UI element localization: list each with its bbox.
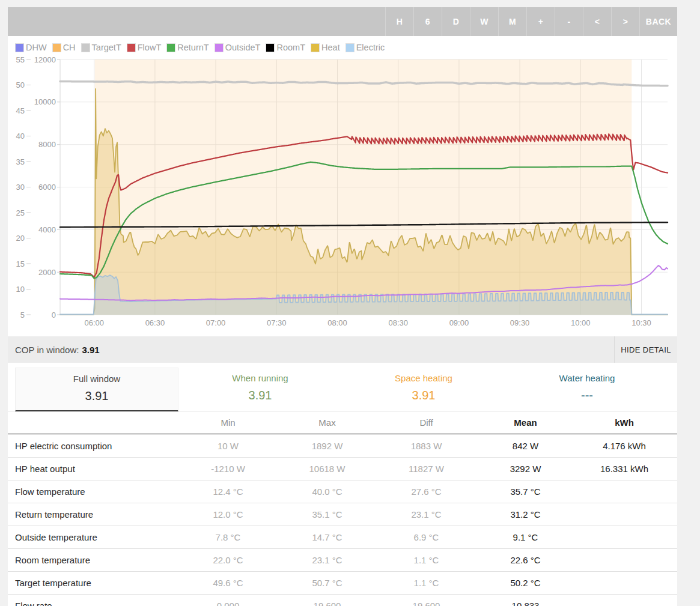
row-label: Target temperature	[15, 578, 178, 588]
cop-chart[interactable]: 06:0006:3007:0007:3008:0008:3009:0009:30…	[8, 55, 677, 335]
legend-label: Electric	[356, 43, 385, 52]
legend-swatch-electric	[345, 43, 355, 52]
cell-min: 22.0 °C	[178, 555, 278, 565]
column-header-diff: Diff	[377, 417, 476, 428]
tab-value: 3.91	[178, 389, 342, 402]
tab-label: Space heating	[342, 373, 505, 383]
power-tick-label: 12000	[34, 55, 56, 64]
toolbar-button-w[interactable]: W	[470, 7, 498, 36]
cell-mean: 35.7 °C	[476, 486, 575, 497]
legend-label: TargetT	[92, 43, 121, 52]
column-header-max: Max	[278, 417, 377, 428]
temp-tick-label: 20	[16, 234, 25, 243]
legend-item-outsidet[interactable]: OutsideT	[215, 43, 261, 52]
cop-value: 3.91	[82, 345, 99, 355]
legend-item-targett[interactable]: TargetT	[81, 43, 121, 52]
table-row-return-temperature: Return temperature12.0 °C35.1 °C23.1 °C3…	[8, 503, 677, 526]
cell-diff: 6.9 °C	[377, 532, 476, 542]
table-row-hp-heat-output: HP heat output-1210 W10618 W11827 W3292 …	[8, 457, 677, 480]
legend-item-ch[interactable]: CH	[52, 43, 76, 52]
row-label: HP electric consumption	[15, 441, 178, 451]
legend-swatch-heat	[311, 43, 320, 52]
cell-max: 1892 W	[278, 441, 377, 451]
temp-tick-label: 40	[16, 132, 25, 141]
table-row-target-temperature: Target temperature49.6 °C50.7 °C1.1 °C50…	[8, 571, 677, 594]
cell-mean: 22.6 °C	[476, 555, 575, 565]
legend-item-heat[interactable]: Heat	[311, 43, 340, 52]
tab-water-heating[interactable]: Water heating---	[505, 368, 669, 411]
row-label: Flow temperature	[15, 486, 178, 497]
legend-item-flowt[interactable]: FlowT	[127, 43, 161, 52]
toolbar-button-[interactable]: >	[611, 7, 639, 36]
cell-diff: 1.1 °C	[377, 578, 476, 588]
x-tick-label: 08:30	[388, 318, 408, 327]
cell-diff: 23.1 °C	[377, 509, 476, 520]
power-tick-label: 8000	[38, 140, 56, 149]
cell-min: 49.6 °C	[178, 578, 278, 588]
x-tick-label: 07:00	[206, 318, 226, 327]
cell-min: 12.0 °C	[178, 509, 278, 520]
toolbar: H6DWM+-<>BACK	[8, 7, 677, 36]
row-label: Outside temperature	[15, 532, 178, 542]
legend-label: FlowT	[138, 43, 161, 52]
cell-mean: 31.2 °C	[476, 509, 575, 520]
cell-max: 50.7 °C	[278, 578, 377, 588]
toolbar-button-d[interactable]: D	[442, 7, 470, 36]
cell-mean: 50.2 °C	[476, 578, 575, 588]
legend-item-dhw[interactable]: DHW	[15, 43, 47, 52]
table-row-outside-temperature: Outside temperature7.8 °C14.7 °C6.9 °C9.…	[8, 526, 677, 548]
hide-detail-button[interactable]: HIDE DETAIL	[614, 336, 677, 363]
legend-swatch-targett	[81, 43, 90, 52]
power-tick-label: 10000	[34, 97, 56, 106]
legend-label: RoomT	[276, 43, 305, 52]
legend-label: CH	[63, 43, 76, 52]
legend-swatch-flowt	[127, 43, 136, 52]
cell-min: 0.000	[178, 601, 278, 606]
temp-tick-label: 30	[16, 183, 25, 192]
table-header-row: MinMaxDiffMeankWh	[8, 412, 677, 434]
legend-label: ReturnT	[177, 43, 208, 52]
table-row-flow-rate: Flow rate0.00019.60019.60010.833	[8, 594, 677, 606]
x-tick-label: 06:30	[145, 318, 165, 327]
cop-tabs: Full window3.91When running3.91Space hea…	[8, 363, 677, 412]
toolbar-button-[interactable]: +	[526, 7, 555, 36]
tab-when-running[interactable]: When running3.91	[178, 368, 342, 411]
cell-kwh: 16.331 kWh	[575, 464, 674, 474]
temp-tick-label: 25	[16, 208, 25, 217]
tab-full-window[interactable]: Full window3.91	[15, 368, 178, 411]
toolbar-button-[interactable]: -	[555, 7, 583, 36]
table-row-flow-temperature: Flow temperature12.4 °C40.0 °C27.6 °C35.…	[8, 480, 677, 503]
cell-max: 10618 W	[278, 464, 377, 474]
toolbar-button-6[interactable]: 6	[413, 7, 442, 36]
toolbar-button-back[interactable]: BACK	[639, 7, 677, 36]
cell-diff: 1.1 °C	[377, 555, 476, 565]
tab-value: 3.91	[342, 389, 505, 402]
x-tick-label: 09:00	[449, 318, 469, 327]
cell-max: 14.7 °C	[278, 532, 377, 542]
column-header-mean: Mean	[476, 417, 575, 428]
temp-tick-label: 35	[16, 157, 25, 166]
power-tick-label: 6000	[38, 183, 56, 192]
toolbar-button-[interactable]: <	[583, 7, 611, 36]
tab-space-heating[interactable]: Space heating3.91	[342, 368, 505, 411]
toolbar-button-h[interactable]: H	[385, 7, 413, 36]
tab-label: Full window	[16, 374, 178, 384]
tab-label: When running	[178, 373, 342, 383]
legend-item-returnt[interactable]: ReturnT	[166, 43, 208, 52]
legend-item-electric[interactable]: Electric	[345, 43, 385, 52]
legend-label: DHW	[26, 43, 47, 52]
legend-item-roomt[interactable]: RoomT	[266, 43, 305, 52]
column-header-kwh: kWh	[575, 417, 674, 428]
cell-diff: 27.6 °C	[377, 486, 476, 497]
toolbar-button-m[interactable]: M	[498, 7, 526, 36]
page: H6DWM+-<>BACK DHWCHTargetTFlowTReturnTOu…	[8, 7, 677, 606]
legend-swatch-outsidet	[215, 43, 224, 52]
table-row-hp-electric-consumption: HP electric consumption10 W1892 W1883 W8…	[8, 434, 677, 457]
temp-tick-label: 45	[16, 106, 25, 115]
cell-diff: 11827 W	[377, 464, 476, 474]
temp-tick-label: 55	[16, 55, 25, 64]
detail-table: MinMaxDiffMeankWhHP electric consumption…	[8, 412, 677, 606]
legend-label: Heat	[321, 43, 340, 52]
cop-label-text: COP in window:	[15, 345, 79, 355]
cell-mean: 842 W	[476, 441, 575, 451]
